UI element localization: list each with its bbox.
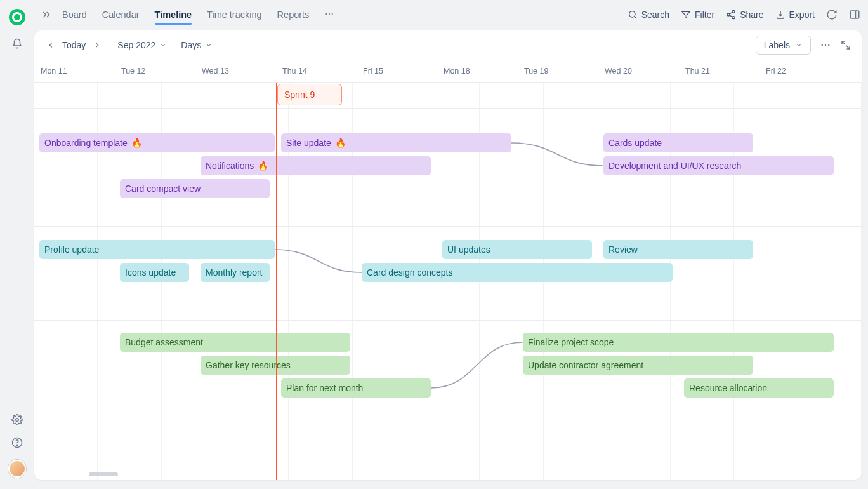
task-card[interactable]: Card design concepts: [362, 263, 673, 282]
svg-point-12: [825, 44, 826, 45]
svg-point-3: [326, 13, 327, 14]
timeline-grid[interactable]: Sprint 9Onboarding template🔥Site update🔥…: [34, 83, 862, 480]
app-logo[interactable]: [9, 9, 25, 25]
sprint-marker[interactable]: Sprint 9: [277, 84, 342, 105]
svg-point-6: [629, 11, 635, 17]
task-card[interactable]: Site update🔥: [281, 133, 511, 152]
search-button[interactable]: Search: [628, 10, 669, 20]
tab-time-tracking[interactable]: Time tracking: [207, 3, 261, 26]
gear-icon[interactable]: [11, 414, 23, 425]
task-card[interactable]: Plan for next month: [281, 378, 431, 398]
task-card[interactable]: Icons update: [120, 263, 189, 282]
share-icon: [726, 10, 736, 20]
day-header: Tue 19: [518, 60, 598, 82]
panel-toolbar: Today Sep 2022 Days Labels: [34, 30, 862, 60]
day-header: Tue 12: [115, 60, 195, 82]
day-header: Wed 20: [598, 60, 679, 82]
svg-point-8: [727, 13, 730, 16]
tab-calendar[interactable]: Calendar: [102, 3, 140, 26]
day-header: Fri 22: [760, 60, 840, 82]
day-header: Mon 18: [437, 60, 518, 82]
month-select[interactable]: Sep 2022: [117, 40, 167, 50]
tab-board[interactable]: Board: [62, 3, 87, 26]
scrollbar-thumb[interactable]: [89, 472, 118, 476]
date-header: Mon 11Tue 12Wed 13Thu 14Fri 15Mon 18Tue …: [34, 60, 862, 83]
svg-point-7: [732, 10, 735, 13]
topbar: Board Calendar Timeline Time tracking Re…: [34, 0, 868, 29]
view-tabs: Board Calendar Timeline Time tracking Re…: [62, 3, 334, 26]
search-icon: [628, 10, 638, 20]
fullscreen-icon[interactable]: [840, 39, 852, 51]
task-card[interactable]: Monthly report: [201, 263, 270, 282]
task-card[interactable]: Resource allocation: [684, 378, 834, 398]
labels-label: Labels: [764, 40, 790, 50]
export-icon: [775, 10, 786, 20]
prev-period-button[interactable]: [44, 39, 57, 51]
fire-icon: 🔥: [335, 138, 346, 148]
tab-reports[interactable]: Reports: [277, 3, 310, 26]
task-card[interactable]: Review: [603, 240, 753, 259]
timeline-panel: Today Sep 2022 Days Labels: [34, 30, 862, 480]
panel-toggle-icon[interactable]: [849, 9, 860, 20]
svg-point-13: [828, 44, 829, 45]
tab-more-icon[interactable]: [324, 9, 334, 21]
fire-icon: 🔥: [258, 161, 268, 171]
chevron-down-icon: [795, 41, 803, 49]
day-header: Mon 11: [34, 60, 115, 82]
task-card[interactable]: Finalize project scope: [523, 333, 834, 352]
expand-sidebar-icon[interactable]: [39, 8, 53, 22]
day-header: Fri 15: [357, 60, 437, 82]
svg-point-9: [732, 17, 735, 19]
day-header: Thu 21: [679, 60, 760, 82]
task-card[interactable]: Card compact view: [120, 179, 270, 198]
day-header: Wed 13: [195, 60, 276, 82]
share-label: Share: [740, 10, 763, 20]
filter-icon: [681, 10, 691, 20]
svg-rect-10: [850, 11, 859, 18]
filter-button[interactable]: Filter: [681, 10, 714, 20]
scale-label: Days: [181, 40, 201, 50]
task-card[interactable]: UI updates: [442, 240, 592, 259]
export-button[interactable]: Export: [775, 10, 815, 20]
svg-point-0: [16, 419, 19, 422]
svg-point-4: [329, 13, 330, 14]
fire-icon: 🔥: [131, 138, 142, 148]
task-card[interactable]: Budget assessment: [120, 333, 350, 352]
export-label: Export: [789, 10, 815, 20]
task-card[interactable]: Cards update: [603, 133, 753, 152]
task-card[interactable]: Update contractor agreement: [523, 356, 753, 375]
month-label: Sep 2022: [117, 40, 155, 50]
svg-point-2: [16, 445, 17, 445]
svg-point-11: [822, 44, 823, 45]
bell-icon[interactable]: [11, 38, 23, 50]
tab-timeline[interactable]: Timeline: [155, 3, 192, 26]
next-period-button[interactable]: [91, 39, 103, 51]
chevron-down-icon: [159, 41, 167, 49]
refresh-icon[interactable]: [826, 9, 838, 20]
help-icon[interactable]: [11, 437, 23, 448]
task-card[interactable]: Development and UI/UX research: [603, 156, 834, 175]
today-line: [276, 83, 277, 480]
task-card[interactable]: Onboarding template🔥: [39, 133, 275, 152]
svg-point-5: [332, 13, 333, 14]
filter-label: Filter: [695, 10, 714, 20]
today-button[interactable]: Today: [60, 40, 88, 50]
task-card[interactable]: Notifications🔥: [201, 156, 431, 175]
scale-select[interactable]: Days: [181, 40, 213, 50]
avatar[interactable]: [8, 460, 26, 478]
chevron-down-icon: [205, 41, 213, 49]
labels-select[interactable]: Labels: [756, 36, 811, 55]
search-label: Search: [641, 10, 669, 20]
day-header: Thu 14: [276, 60, 357, 82]
left-rail: [0, 0, 34, 489]
share-button[interactable]: Share: [726, 10, 763, 20]
more-icon[interactable]: [820, 39, 831, 51]
task-card[interactable]: Profile update: [39, 240, 275, 259]
